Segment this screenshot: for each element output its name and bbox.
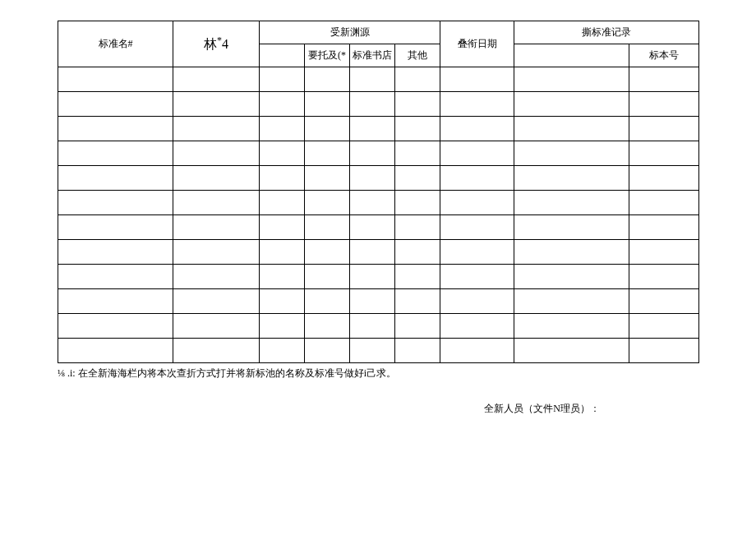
- table-cell: [173, 191, 260, 215]
- table-row: [58, 67, 699, 92]
- header-source-3: 其他: [395, 44, 440, 67]
- table-cell: [395, 141, 440, 166]
- table-cell: [173, 339, 260, 363]
- table-cell: [629, 92, 699, 117]
- table-cell: [514, 240, 629, 265]
- table-cell: [58, 314, 173, 339]
- header-record-1: [514, 44, 629, 67]
- table-cell: [629, 141, 699, 166]
- table-cell: [350, 166, 395, 191]
- header-source-group: 受新渊源: [260, 21, 440, 44]
- table-row: [58, 265, 699, 289]
- header-source-2: 标准书店: [350, 44, 395, 67]
- table-cell: [260, 166, 305, 191]
- table-cell: [260, 117, 305, 141]
- table-cell: [58, 67, 173, 92]
- table-cell: [440, 339, 514, 363]
- header-source-1: 要托及(*: [305, 44, 350, 67]
- table-cell: [305, 166, 350, 191]
- table-cell: [440, 265, 514, 289]
- table-cell: [350, 339, 395, 363]
- table-cell: [395, 265, 440, 289]
- table-cell: [514, 117, 629, 141]
- table-row: [58, 314, 699, 339]
- table-cell: [58, 92, 173, 117]
- table-cell: [173, 67, 260, 92]
- table-cell: [395, 92, 440, 117]
- table-cell: [395, 339, 440, 363]
- table-cell: [305, 265, 350, 289]
- table-cell: [173, 92, 260, 117]
- header-name: 标准名#: [58, 21, 173, 67]
- table-cell: [350, 67, 395, 92]
- table-cell: [350, 117, 395, 141]
- standards-table: 标准名# 林*4 受新渊源 叠衔日期 撕标准记录 要托及(* 标准书店 其他 标…: [58, 21, 699, 363]
- table-cell: [350, 289, 395, 314]
- table-cell: [260, 191, 305, 215]
- table-cell: [440, 215, 514, 240]
- table-cell: [514, 166, 629, 191]
- table-cell: [629, 166, 699, 191]
- table-cell: [58, 339, 173, 363]
- table-cell: [305, 215, 350, 240]
- table-cell: [260, 92, 305, 117]
- table-cell: [514, 141, 629, 166]
- table-cell: [514, 265, 629, 289]
- table-cell: [395, 67, 440, 92]
- table-cell: [350, 265, 395, 289]
- table-cell: [173, 314, 260, 339]
- table-cell: [260, 141, 305, 166]
- table-row: [58, 92, 699, 117]
- table-cell: [395, 166, 440, 191]
- table-cell: [629, 314, 699, 339]
- table-cell: [173, 117, 260, 141]
- table-cell: [440, 141, 514, 166]
- table-cell: [58, 166, 173, 191]
- table-cell: [395, 289, 440, 314]
- table-cell: [305, 191, 350, 215]
- table-cell: [440, 92, 514, 117]
- table-cell: [58, 265, 173, 289]
- table-cell: [260, 289, 305, 314]
- table-cell: [629, 215, 699, 240]
- table-cell: [629, 117, 699, 141]
- table-cell: [260, 67, 305, 92]
- header-source-blank: [260, 44, 305, 67]
- table-cell: [514, 215, 629, 240]
- table-cell: [305, 67, 350, 92]
- table-row: [58, 240, 699, 265]
- table-row: [58, 215, 699, 240]
- table-row: [58, 339, 699, 363]
- table-row: [58, 166, 699, 191]
- table-cell: [173, 166, 260, 191]
- table-cell: [350, 191, 395, 215]
- table-cell: [173, 265, 260, 289]
- table-row: [58, 289, 699, 314]
- table-cell: [173, 141, 260, 166]
- table-cell: [514, 67, 629, 92]
- table-cell: [350, 141, 395, 166]
- table-cell: [514, 92, 629, 117]
- table-cell: [305, 240, 350, 265]
- table-cell: [350, 92, 395, 117]
- table-cell: [629, 191, 699, 215]
- header-record-group: 撕标准记录: [514, 21, 699, 44]
- table-cell: [260, 215, 305, 240]
- table-cell: [629, 67, 699, 92]
- table-cell: [440, 67, 514, 92]
- table-cell: [629, 289, 699, 314]
- table-cell: [173, 215, 260, 240]
- table-row: [58, 117, 699, 141]
- table-cell: [440, 289, 514, 314]
- header-date: 叠衔日期: [440, 21, 514, 67]
- code-suffix: 4: [222, 37, 228, 51]
- table-cell: [58, 289, 173, 314]
- table-cell: [514, 339, 629, 363]
- table-cell: [629, 240, 699, 265]
- table-cell: [173, 240, 260, 265]
- table-cell: [58, 117, 173, 141]
- table-cell: [305, 289, 350, 314]
- table-cell: [305, 314, 350, 339]
- table-cell: [629, 339, 699, 363]
- table-cell: [395, 314, 440, 339]
